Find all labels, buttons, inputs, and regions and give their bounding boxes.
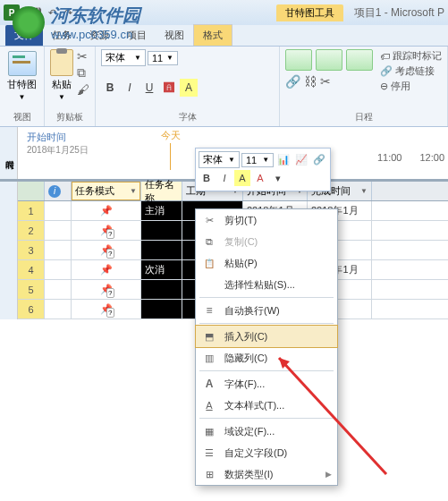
mini-link-button[interactable]: 🔗 [311,152,327,168]
menu-data-type[interactable]: 数据类型(I)▶ [196,463,337,485]
tab-format[interactable]: 格式 [193,24,232,46]
scissors-icon [201,213,217,227]
row-mode[interactable] [72,241,141,259]
tab-file[interactable]: 文件 [5,25,43,46]
menu-paste-special[interactable]: 选择性粘贴(S)... [196,274,337,295]
font-name-select[interactable]: 宋体▼ [101,49,146,66]
paste-icon [50,49,73,76]
row-mode[interactable] [72,201,141,220]
separator [199,370,334,371]
dropdown-icon[interactable]: ▼ [130,187,137,195]
row-number[interactable]: 2 [18,221,45,240]
row-info[interactable] [45,201,72,220]
cut-icon[interactable]: ✂ [77,49,89,64]
mini-task2-button[interactable]: 📈 [293,152,309,168]
menu-cut[interactable]: 剪切(T) [196,209,337,231]
header-task-mode[interactable]: 任务模式▼ [72,182,141,200]
schedule-icon-1[interactable] [285,49,312,71]
mini-bold-button[interactable]: B [199,170,215,186]
dropdown-icon[interactable]: ▼ [360,187,368,195]
underline-button[interactable]: U [140,79,158,97]
gantt-button[interactable]: 甘特图 ▼ [5,49,38,103]
context-menu: 剪切(T) 复制(C) 粘贴(P) 选择性粘贴(S)... 自动换行(W) 插入… [195,208,338,486]
window-title: 项目1 - Microsoft P [354,5,444,21]
fill-color-button[interactable]: A [180,79,198,97]
tab-project[interactable]: 项目 [118,25,156,46]
schedule-icon-3[interactable] [346,49,373,71]
row-name[interactable] [141,280,182,299]
mini-fill-button[interactable]: A [234,170,250,186]
redo-icon[interactable]: ↷ [61,5,75,20]
mini-task-button[interactable]: 📊 [275,152,292,168]
copy-icon[interactable]: ⧉ [77,65,89,81]
menu-copy[interactable]: 复制(C) [196,231,337,252]
gantt-icon [8,51,37,76]
row-mode[interactable] [72,280,141,299]
row-name[interactable] [141,221,182,240]
group-label-schedule: 日程 [285,111,442,123]
chevron-down-icon: ▼ [58,93,65,101]
row-number[interactable]: 3 [18,241,45,259]
row-name[interactable] [141,300,182,318]
schedule-icon-2[interactable] [316,49,342,71]
tab-task[interactable]: 任务 [43,25,80,46]
pin-icon [100,303,113,316]
row-mode[interactable] [72,221,141,240]
row-info[interactable] [45,280,72,299]
mini-italic-button[interactable]: I [216,170,232,186]
group-font: 宋体▼ 11▼ B I U 🅰 A 字体 [96,47,280,126]
grid-side [0,182,18,319]
row-info[interactable] [45,300,72,318]
row-info[interactable] [45,221,72,240]
menu-hide-column[interactable]: 隐藏列(C) [196,347,337,369]
menu-font[interactable]: 字体(F)... [196,373,337,395]
header-info[interactable]: i [45,182,72,200]
row-name[interactable]: 次消 [141,260,182,279]
italic-button[interactable]: I [121,79,139,97]
menu-field-setting[interactable]: 域设定(F)... [196,420,337,442]
mini-size-select[interactable]: 11▼ [241,153,274,167]
header-task-name[interactable]: 任务名称 [141,182,182,200]
respect-links-button[interactable]: 🔗考虑链接 [380,64,442,78]
row-mode[interactable] [72,300,141,318]
tab-resource[interactable]: 资源 [80,25,118,46]
header-rownum[interactable] [18,182,45,200]
row-name[interactable] [141,241,182,259]
undo-icon[interactable]: ↶ [45,5,59,20]
row-info[interactable] [45,241,72,259]
row-info[interactable] [45,260,72,279]
track-marker-button[interactable]: 🏷跟踪时标记 [380,49,442,63]
timeline-side-label: 时间表 [0,127,18,179]
row-number[interactable]: 5 [18,280,45,299]
row-name[interactable]: 主消 [141,201,182,220]
link-icon[interactable]: 🔗 [285,74,300,89]
save-icon[interactable]: 💾 [29,5,43,20]
split-icon[interactable]: ✂ [320,74,331,89]
unlink-icon[interactable]: ⛓ [304,74,317,89]
format-painter-icon[interactable]: 🖌 [77,82,89,97]
submenu-arrow-icon: ▶ [325,470,332,479]
row-number[interactable]: 1 [18,201,45,220]
menu-text-style[interactable]: 文本样式(T)... [196,395,337,416]
mini-font-select[interactable]: 宋体▼ [199,151,240,168]
mini-fontcolor-button[interactable]: A [252,170,268,186]
font-size-select[interactable]: 11▼ [148,51,178,65]
menu-wrap[interactable]: 自动换行(W) [196,300,337,321]
hide-icon [201,351,217,365]
mini-more-button[interactable]: ▾ [270,170,286,186]
menu-paste[interactable]: 粘贴(P) [196,252,337,274]
row-mode[interactable] [72,260,141,279]
row-number[interactable]: 6 [18,300,45,318]
field-icon [201,424,217,438]
font-color-button[interactable]: 🅰 [160,79,178,97]
copy-icon [201,234,217,249]
menu-custom-field[interactable]: 自定义字段(D) [196,442,337,463]
paste-button[interactable]: 粘贴 ▼ [50,49,73,101]
bold-button[interactable]: B [101,79,119,97]
menu-insert-column[interactable]: 插入列(C) [196,326,337,347]
app-icon: P [4,4,20,21]
row-number[interactable]: 4 [18,260,45,279]
disable-button[interactable]: ⊖停用 [380,80,442,93]
custom-icon [201,446,217,460]
tab-view[interactable]: 视图 [156,25,193,46]
